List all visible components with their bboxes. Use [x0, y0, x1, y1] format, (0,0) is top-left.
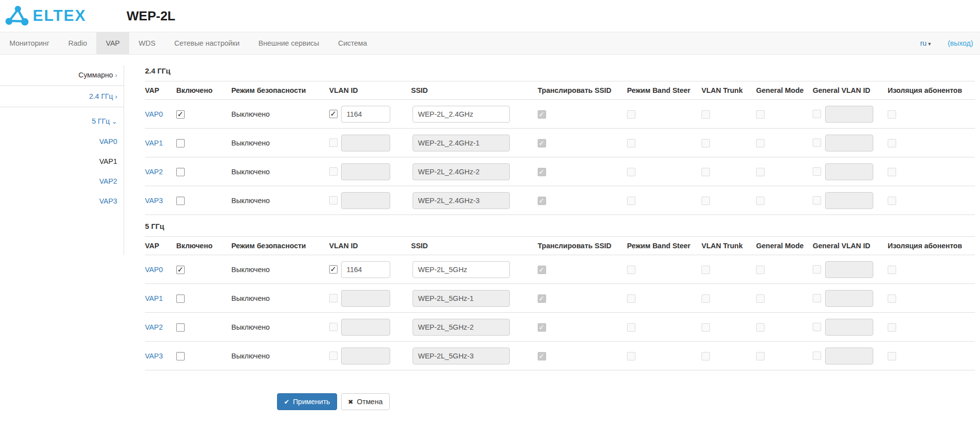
general-vlan-id-input — [825, 348, 873, 364]
band-steer-checkbox — [627, 139, 635, 147]
col-broadcast-ssid: Транслировать SSID — [538, 81, 627, 100]
isolation-checkbox — [888, 197, 896, 205]
col-vap: VAP — [145, 237, 176, 255]
ssid-input[interactable] — [413, 106, 510, 123]
enabled-checkbox[interactable] — [176, 266, 185, 274]
sidebar: Суммарно› 2.4 ГГц› 5 ГГц⌄ VAP0 VAP1 VAP2… — [0, 55, 124, 211]
nav-item-wds[interactable]: WDS — [129, 32, 165, 54]
isolation-checkbox — [888, 266, 896, 274]
vap-link[interactable]: VAP3 — [145, 352, 163, 360]
chevron-right-icon: › — [115, 93, 117, 100]
sidebar-item-vap2[interactable]: VAP2 — [0, 171, 124, 191]
chevron-down-icon: ▾ — [928, 41, 931, 47]
col-general-mode: General Mode — [756, 81, 813, 100]
nav-item-monitoring[interactable]: Мониторинг — [0, 32, 59, 54]
sidebar-item-vap3[interactable]: VAP3 — [0, 191, 124, 211]
security-mode-text: Выключено — [231, 323, 270, 331]
enabled-checkbox[interactable] — [176, 110, 185, 119]
main-nav: Мониторинг Radio VAP WDS Сетевые настрой… — [0, 32, 980, 55]
vlan-id-input — [341, 135, 390, 151]
vap-link[interactable]: VAP2 — [145, 323, 163, 331]
vlan-id-input — [341, 348, 390, 364]
general-mode-checkbox — [756, 168, 765, 176]
col-vlan-trunk: VLAN Trunk — [701, 81, 756, 100]
vlan-id-input[interactable] — [341, 261, 390, 278]
broadcast-ssid-checkbox — [538, 323, 546, 332]
ssid-input[interactable] — [413, 261, 510, 278]
vlan-id-checkbox — [329, 352, 338, 360]
main-panel: 2.4 ГГц VAP Включено Режим безопасности … — [124, 55, 980, 410]
general-mode-checkbox — [756, 197, 765, 205]
vap-link[interactable]: VAP3 — [145, 197, 163, 205]
table-row: VAP2 Выключено — [145, 313, 975, 342]
vap-link[interactable]: VAP1 — [145, 294, 163, 302]
vlan-trunk-checkbox — [701, 323, 710, 332]
language-selector[interactable]: ru▾ — [920, 39, 930, 47]
sidebar-item-5ghz[interactable]: 5 ГГц⌄ — [0, 107, 124, 132]
logout-link[interactable]: (выход) — [948, 39, 973, 47]
enabled-checkbox[interactable] — [176, 139, 185, 147]
security-mode-text: Выключено — [231, 110, 270, 118]
vlan-id-checkbox[interactable] — [329, 265, 338, 274]
col-vlan-id: VLAN ID — [329, 237, 411, 255]
sidebar-item-vap1[interactable]: VAP1 — [0, 151, 124, 171]
broadcast-ssid-checkbox — [538, 294, 546, 303]
vlan-id-input[interactable] — [341, 106, 390, 123]
nav-item-system[interactable]: Система — [329, 32, 376, 54]
band-steer-checkbox — [627, 168, 635, 176]
col-vlan-trunk: VLAN Trunk — [701, 237, 756, 255]
enabled-checkbox[interactable] — [176, 352, 185, 360]
eltex-logo: ELTEX — [5, 5, 127, 27]
general-vlan-checkbox — [813, 110, 821, 118]
sidebar-item-vap0[interactable]: VAP0 — [0, 132, 124, 151]
enabled-checkbox[interactable] — [176, 197, 185, 205]
nav-item-radio[interactable]: Radio — [59, 32, 96, 54]
apply-button[interactable]: ✔ Применить — [277, 393, 337, 410]
broadcast-ssid-checkbox — [538, 168, 546, 176]
col-isolation: Изоляция абонентов — [888, 81, 975, 100]
vap-link[interactable]: VAP2 — [145, 168, 163, 176]
general-vlan-id-input — [825, 106, 873, 123]
vap-link[interactable]: VAP0 — [145, 266, 163, 274]
general-vlan-checkbox — [813, 294, 821, 302]
table-row: VAP3 Выключено — [145, 342, 975, 370]
ssid-input — [413, 348, 510, 364]
vap-link[interactable]: VAP1 — [145, 139, 163, 147]
form-actions: ✔ Применить ✖ Отмена — [277, 393, 975, 410]
ssid-input — [413, 290, 510, 307]
enabled-checkbox[interactable] — [176, 168, 185, 176]
col-general-mode: General Mode — [756, 237, 813, 255]
sidebar-item-summary[interactable]: Суммарно› — [0, 65, 124, 85]
vlan-trunk-checkbox — [701, 352, 710, 360]
eltex-molecule-icon — [5, 5, 30, 27]
band-steer-checkbox — [627, 110, 635, 119]
col-security: Режим безопасности — [231, 237, 329, 255]
table-header-row: VAP Включено Режим безопасности VLAN ID … — [145, 81, 975, 100]
general-mode-checkbox — [756, 323, 765, 332]
vlan-id-checkbox[interactable] — [329, 110, 338, 118]
broadcast-ssid-checkbox — [538, 352, 546, 360]
band-steer-checkbox — [627, 266, 635, 274]
nav-item-network-settings[interactable]: Сетевые настройки — [165, 32, 249, 54]
nav-item-external-services[interactable]: Внешние сервисы — [249, 32, 329, 54]
sidebar-item-24ghz[interactable]: 2.4 ГГц› — [0, 86, 124, 107]
table-row: VAP0 Выключено — [145, 100, 975, 129]
general-mode-checkbox — [756, 294, 765, 303]
col-enabled: Включено — [176, 81, 231, 100]
enabled-checkbox[interactable] — [176, 294, 185, 303]
general-mode-checkbox — [756, 266, 765, 274]
enabled-checkbox[interactable] — [176, 323, 185, 332]
table-row: VAP3 Выключено — [145, 186, 975, 215]
general-vlan-id-input — [825, 261, 873, 278]
col-band-steer: Режим Band Steer — [627, 81, 701, 100]
vap-link[interactable]: VAP0 — [145, 110, 163, 118]
vlan-trunk-checkbox — [701, 197, 710, 205]
cancel-button[interactable]: ✖ Отмена — [341, 393, 390, 410]
band-steer-checkbox — [627, 197, 635, 205]
nav-item-vap[interactable]: VAP — [96, 32, 129, 54]
col-general-vlan-id: General VLAN ID — [813, 237, 888, 255]
section-title-5ghz: 5 ГГц — [145, 215, 975, 236]
table-row: VAP0 Выключено — [145, 255, 975, 284]
table-row: VAP1 Выключено — [145, 129, 975, 157]
x-icon: ✖ — [348, 398, 353, 406]
